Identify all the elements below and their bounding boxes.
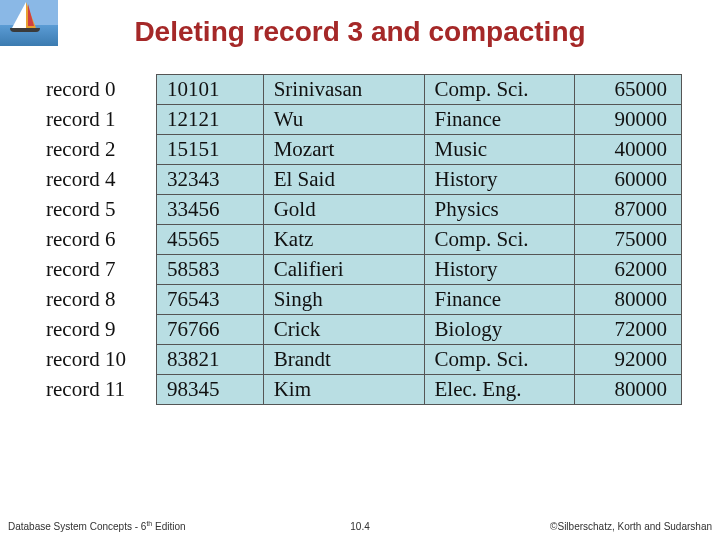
row-name: Kim (263, 375, 424, 405)
row-id: 45565 (157, 225, 264, 255)
row-salary: 90000 (575, 105, 682, 135)
row-salary: 80000 (575, 375, 682, 405)
row-name: El Said (263, 165, 424, 195)
row-dept: Biology (424, 315, 575, 345)
row-name: Wu (263, 105, 424, 135)
row-salary: 65000 (575, 75, 682, 105)
row-dept: Comp. Sci. (424, 225, 575, 255)
row-salary: 92000 (575, 345, 682, 375)
row-id: 83821 (157, 345, 264, 375)
records-table: record 010101SrinivasanComp. Sci.65000re… (46, 74, 682, 405)
row-label: record 1 (46, 105, 157, 135)
row-id: 10101 (157, 75, 264, 105)
row-dept: Elec. Eng. (424, 375, 575, 405)
row-name: Mozart (263, 135, 424, 165)
row-label: record 11 (46, 375, 157, 405)
row-dept: Physics (424, 195, 575, 225)
table-row: record 215151MozartMusic40000 (46, 135, 682, 165)
row-label: record 5 (46, 195, 157, 225)
row-dept: Finance (424, 285, 575, 315)
row-label: record 10 (46, 345, 157, 375)
footer-copyright: ©Silberschatz, Korth and Sudarshan (550, 521, 712, 532)
table-row: record 645565KatzComp. Sci.75000 (46, 225, 682, 255)
row-name: Gold (263, 195, 424, 225)
row-salary: 87000 (575, 195, 682, 225)
table-row: record 432343El SaidHistory60000 (46, 165, 682, 195)
row-dept: Comp. Sci. (424, 75, 575, 105)
row-dept: History (424, 255, 575, 285)
table-row: record 976766CrickBiology72000 (46, 315, 682, 345)
row-label: record 4 (46, 165, 157, 195)
row-label: record 0 (46, 75, 157, 105)
table-row: record 1083821BrandtComp. Sci.92000 (46, 345, 682, 375)
row-name: Srinivasan (263, 75, 424, 105)
row-id: 33456 (157, 195, 264, 225)
row-id: 15151 (157, 135, 264, 165)
row-salary: 80000 (575, 285, 682, 315)
row-salary: 75000 (575, 225, 682, 255)
slide-title: Deleting record 3 and compacting (0, 16, 720, 48)
row-dept: Finance (424, 105, 575, 135)
row-dept: History (424, 165, 575, 195)
row-id: 32343 (157, 165, 264, 195)
row-label: record 6 (46, 225, 157, 255)
row-label: record 9 (46, 315, 157, 345)
row-id: 76766 (157, 315, 264, 345)
table-row: record 010101SrinivasanComp. Sci.65000 (46, 75, 682, 105)
row-id: 98345 (157, 375, 264, 405)
row-dept: Comp. Sci. (424, 345, 575, 375)
row-name: Califieri (263, 255, 424, 285)
row-name: Katz (263, 225, 424, 255)
row-salary: 60000 (575, 165, 682, 195)
row-name: Brandt (263, 345, 424, 375)
row-name: Crick (263, 315, 424, 345)
row-id: 12121 (157, 105, 264, 135)
row-salary: 62000 (575, 255, 682, 285)
table-row: record 876543SinghFinance80000 (46, 285, 682, 315)
row-salary: 40000 (575, 135, 682, 165)
row-label: record 8 (46, 285, 157, 315)
row-label: record 2 (46, 135, 157, 165)
row-label: record 7 (46, 255, 157, 285)
row-dept: Music (424, 135, 575, 165)
table-row: record 112121WuFinance90000 (46, 105, 682, 135)
row-name: Singh (263, 285, 424, 315)
table-row: record 533456GoldPhysics87000 (46, 195, 682, 225)
row-salary: 72000 (575, 315, 682, 345)
row-id: 58583 (157, 255, 264, 285)
row-id: 76543 (157, 285, 264, 315)
table-row: record 1198345KimElec. Eng.80000 (46, 375, 682, 405)
table-row: record 758583CalifieriHistory62000 (46, 255, 682, 285)
